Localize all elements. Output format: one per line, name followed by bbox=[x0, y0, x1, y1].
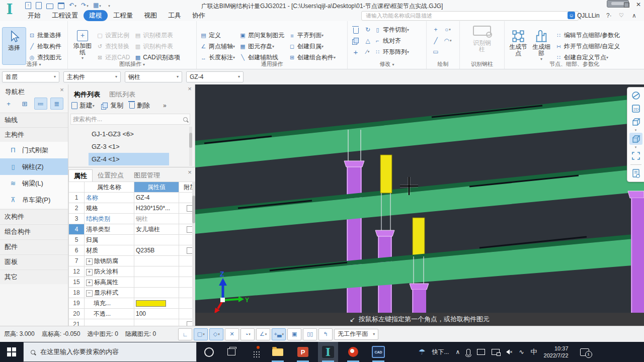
group-label-drawing-ops[interactable]: 图纸操作 ▾ bbox=[68, 60, 196, 68]
powerpoint-button[interactable]: P bbox=[293, 342, 313, 362]
pen-icon[interactable]: ∿ bbox=[519, 348, 524, 355]
tab-quantity[interactable]: 工程量 bbox=[108, 10, 138, 21]
nav-section-main-components[interactable]: 主构件 bbox=[0, 127, 68, 142]
qat-overflow-icon[interactable]: ▾ bbox=[105, 2, 113, 10]
nav-item-steel-beam[interactable]: ≋钢梁(L) bbox=[0, 175, 68, 192]
generate-detail-button[interactable]: 生成细部 ▾ bbox=[530, 28, 553, 64]
cube-dropdown-caret[interactable]: ▾ bbox=[635, 129, 637, 132]
component-search-input[interactable]: 搜索构件... bbox=[70, 114, 190, 125]
draw-rect-button[interactable]: ▭ bbox=[430, 46, 442, 57]
parallel-view-button[interactable]: ▯▯ bbox=[303, 328, 317, 340]
delete-button[interactable] bbox=[350, 24, 362, 35]
feedback-icon[interactable]: ♡ bbox=[619, 12, 624, 19]
draw-circle-button[interactable]: ○▾ bbox=[442, 24, 454, 35]
nav-add-icon[interactable]: + bbox=[2, 98, 15, 110]
tab-position-points[interactable]: 位置控点 bbox=[93, 169, 129, 182]
weather-icon[interactable]: ☂ bbox=[419, 347, 425, 356]
cad-app-button[interactable]: CAD bbox=[368, 342, 388, 362]
start-button[interactable] bbox=[0, 342, 23, 362]
define-button[interactable]: ▤定义 bbox=[200, 30, 235, 41]
weather-text[interactable]: 快下... bbox=[432, 348, 449, 356]
property-value-cell[interactable]: GZ-4 bbox=[134, 193, 179, 203]
header-property-value[interactable]: 属性值 bbox=[134, 182, 179, 193]
taskbar-search-input[interactable]: 在这里输入你要搜索的内容 bbox=[23, 342, 197, 362]
header-property-name[interactable]: 属性名称 bbox=[85, 182, 134, 193]
property-value-cell[interactable] bbox=[134, 235, 179, 245]
tab-modeling[interactable]: 建模 bbox=[84, 10, 108, 21]
nav-section-accessories[interactable]: 配件 bbox=[0, 239, 68, 254]
component-item-gz3[interactable]: GZ-3 <1> bbox=[68, 140, 189, 153]
open-file-icon[interactable] bbox=[46, 4, 53, 9]
clock[interactable]: 10:37 2022/7/22 bbox=[544, 345, 569, 359]
expand-icon[interactable]: + bbox=[86, 258, 93, 265]
view-cube-mode-button[interactable]: ◇▾ bbox=[209, 328, 223, 340]
restore-window-button[interactable] bbox=[622, 1, 631, 8]
explode-node-detail-button[interactable]: ∺炸开节点细部/自定义 bbox=[555, 41, 620, 52]
user-name[interactable]: QJLLLin bbox=[577, 12, 600, 19]
trim-button[interactable]: ∕▾ bbox=[362, 46, 374, 57]
delete-component-button[interactable]: 删除 bbox=[129, 100, 150, 111]
recognize-floor-table-button[interactable]: ▤识别楼层表 bbox=[134, 30, 180, 41]
orbit-tool[interactable] bbox=[629, 89, 642, 102]
create-ownership-button[interactable]: ◻创建归属 ▾ bbox=[288, 41, 336, 52]
gjg-app-button[interactable]: I bbox=[318, 342, 338, 362]
cancel-snap-button[interactable]: ✕ bbox=[225, 328, 239, 340]
app-grid-button[interactable] bbox=[244, 342, 264, 362]
display-settings-tool[interactable] bbox=[629, 167, 642, 179]
component-item-gz4[interactable]: GZ-4 <1> bbox=[89, 153, 169, 165]
pick-component-button[interactable]: ╱拾取构件 bbox=[28, 41, 61, 52]
grid-settings-icon[interactable]: ▦▾ bbox=[93, 2, 101, 10]
view-2d-tool[interactable]: 2D bbox=[629, 103, 642, 115]
tab-start[interactable]: 开始 bbox=[22, 10, 46, 21]
batch-select-button[interactable]: ⊡批量选择 bbox=[28, 30, 61, 41]
nav-item-portal-frame[interactable]: Π门式刚架 bbox=[0, 142, 68, 158]
tab-properties[interactable]: 属性 bbox=[68, 169, 93, 182]
copy-between-floors-button[interactable]: ▣层间复制图元 bbox=[239, 30, 284, 41]
property-value-cell[interactable]: 100 bbox=[134, 309, 179, 319]
microphone-icon[interactable] bbox=[466, 349, 470, 355]
new-component-button[interactable]: 新建 ▾ bbox=[71, 100, 95, 111]
region-select-button[interactable]: ▣ bbox=[287, 328, 301, 340]
publish-icon[interactable]: ↑ bbox=[25, 2, 31, 9]
ring-array-button[interactable]: ∷环形阵列 ▾ bbox=[374, 46, 409, 57]
nav-layout-icon[interactable]: ⊞ bbox=[18, 98, 31, 110]
set-scale-button[interactable]: ▢设置比例 bbox=[96, 30, 130, 41]
undo-icon[interactable]: ↶▾ bbox=[69, 2, 76, 10]
close-properties-panel-icon[interactable]: × bbox=[186, 168, 193, 176]
corner-route-button[interactable]: ↰ bbox=[318, 328, 333, 340]
find-replace-button[interactable]: ↺查找替换 bbox=[96, 41, 130, 52]
nav-item-crane-beam[interactable]: ⊼吊车梁(P) bbox=[0, 192, 68, 208]
rotate-button[interactable]: ↻ bbox=[362, 24, 374, 35]
property-value-cell[interactable]: Q235B bbox=[134, 245, 179, 256]
part-cut-button[interactable]: ▯零件切割 ▾ bbox=[374, 24, 409, 35]
point-snap-button[interactable]: +▃▾ bbox=[272, 328, 286, 340]
ucs-toggle-button[interactable]: ∟ bbox=[178, 328, 192, 340]
nav-item-steel-column[interactable]: ▯钢柱(Z) bbox=[0, 158, 68, 175]
ime-indicator[interactable]: 中 bbox=[531, 347, 537, 356]
add-drawing-button[interactable]: + 添加图纸 ▾ bbox=[71, 28, 94, 64]
recognize-component-table-button[interactable]: ▥识别构件表 bbox=[134, 41, 180, 52]
nav-section-others[interactable]: 其它 bbox=[0, 269, 68, 284]
user-avatar[interactable]: ☺ bbox=[568, 12, 575, 19]
expand-icon[interactable]: + bbox=[86, 280, 93, 286]
nav-list-view-icon[interactable]: ≔ bbox=[34, 98, 47, 110]
component-select[interactable]: GZ-4▾ bbox=[186, 71, 244, 82]
draw-line-button[interactable]: ╱ bbox=[430, 35, 442, 46]
toolbar-more-icon[interactable]: » bbox=[163, 102, 167, 109]
nav-section-combo-components[interactable]: 组合构件 bbox=[0, 224, 68, 239]
tab-layer-management[interactable]: 图层管理 bbox=[129, 169, 165, 182]
line-align-button[interactable]: ⌐线对齐 bbox=[374, 35, 401, 46]
property-value-cell[interactable]: 女儿墙柱 bbox=[134, 224, 179, 235]
fill-color-swatch[interactable] bbox=[136, 300, 166, 307]
nav-section-axis[interactable]: 轴线 bbox=[0, 113, 68, 127]
cortana-button[interactable] bbox=[199, 342, 219, 362]
task-view-button[interactable] bbox=[221, 342, 242, 362]
glodon-app-button[interactable] bbox=[343, 342, 363, 362]
tab-project-settings[interactable]: 工程设置 bbox=[46, 10, 84, 21]
recognize-steel-column-button[interactable]: 识别钢柱 bbox=[470, 23, 494, 60]
draw-arc-button[interactable]: ◠▾ bbox=[442, 35, 454, 46]
component-list-scrollbar[interactable] bbox=[189, 127, 192, 166]
expand-icon[interactable]: + bbox=[86, 269, 93, 276]
shaded-dropdown-caret[interactable]: ▾ bbox=[635, 146, 637, 149]
action-center-icon[interactable]: 1 bbox=[580, 348, 589, 356]
